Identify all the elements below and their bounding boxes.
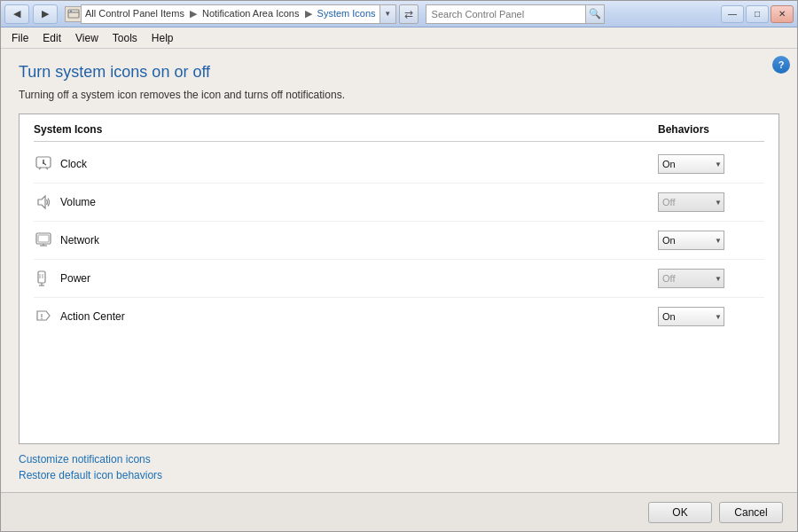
table-row: Clock On Off ▼	[34, 145, 764, 184]
ok-button[interactable]: OK	[648, 502, 712, 523]
action-center-select-wrapper: On Off ▼	[658, 307, 724, 326]
back-button[interactable]: ◀	[4, 4, 29, 24]
action-center-behavior-select[interactable]: On Off	[658, 307, 724, 326]
behavior-cell-action-center: On Off ▼	[658, 307, 764, 326]
icon-name-action-center: Action Center	[60, 310, 125, 323]
icon-cell-volume: Volume	[34, 192, 658, 212]
table-header: System Icons Behaviors	[34, 123, 764, 142]
clock-behavior-select[interactable]: On Off	[658, 154, 724, 174]
page-subtitle: Turning off a system icon removes the ic…	[19, 89, 779, 101]
volume-behavior-select[interactable]: On Off	[658, 192, 724, 212]
power-behavior-select[interactable]: On Off	[658, 269, 724, 288]
svg-rect-2	[70, 11, 72, 12]
cancel-button[interactable]: Cancel	[719, 502, 783, 523]
menubar: File Edit View Tools Help	[1, 27, 797, 49]
icon-name-network: Network	[60, 234, 99, 246]
forward-button[interactable]: ▶	[33, 4, 58, 24]
svg-rect-0	[68, 10, 79, 18]
customize-notification-icons-link[interactable]: Customize notification icons	[19, 453, 779, 466]
icon-name-clock: Clock	[60, 158, 87, 170]
col-header-behaviors: Behaviors	[658, 123, 764, 136]
network-icon	[34, 231, 53, 250]
menu-tools[interactable]: Tools	[106, 30, 145, 46]
address-dropdown-button[interactable]: ▼	[380, 4, 396, 24]
power-icon	[34, 269, 53, 288]
address-bar: System Icons All Control Panel Items ▶ N…	[65, 4, 419, 24]
behavior-cell-volume: On Off ▼	[658, 192, 764, 212]
address-field[interactable]: System Icons All Control Panel Items ▶ N…	[81, 4, 380, 24]
titlebar-left: ◀ ▶ System Icons All Control Panel Items…	[4, 4, 605, 24]
icon-cell-power: Power	[34, 269, 658, 288]
icon-name-volume: Volume	[60, 196, 96, 208]
svg-point-6	[43, 162, 44, 164]
network-select-wrapper: On Off ▼	[658, 231, 724, 250]
behavior-cell-network: On Off ▼	[658, 231, 764, 250]
breadcrumb: System Icons All Control Panel Items ▶ N…	[85, 8, 376, 20]
svg-rect-14	[38, 271, 45, 283]
search-button[interactable]: 🔍	[585, 4, 605, 24]
clock-icon	[34, 154, 53, 174]
power-select-wrapper: On Off ▼	[658, 269, 724, 288]
minimize-button[interactable]: —	[721, 5, 744, 23]
window: ◀ ▶ System Icons All Control Panel Items…	[0, 0, 798, 532]
search-input[interactable]	[426, 4, 585, 24]
icon-cell-clock: Clock	[34, 154, 658, 174]
icon-cell-network: Network	[34, 231, 658, 250]
behavior-cell-power: On Off ▼	[658, 269, 764, 288]
network-behavior-select[interactable]: On Off	[658, 231, 724, 250]
table-row: Action Center On Off ▼	[34, 298, 764, 335]
maximize-button[interactable]: □	[746, 5, 769, 23]
icon-name-power: Power	[60, 272, 90, 285]
table-row: Power On Off ▼	[34, 260, 764, 298]
icons-table-panel: System Icons Behaviors	[19, 113, 779, 444]
svg-marker-9	[38, 196, 45, 208]
svg-point-21	[41, 318, 43, 320]
menu-file[interactable]: File	[4, 30, 35, 46]
bottom-bar: OK Cancel	[1, 492, 797, 531]
close-button[interactable]: ✕	[771, 5, 794, 23]
svg-marker-19	[37, 311, 50, 320]
behavior-cell-clock: On Off ▼	[658, 154, 764, 174]
refresh-button[interactable]: ⇄	[399, 4, 419, 24]
volume-icon	[34, 192, 53, 212]
volume-select-wrapper: On Off ▼	[658, 192, 724, 212]
content: ? Turn system icons on or off Turning of…	[1, 49, 797, 492]
table-row: Network On Off ▼	[34, 222, 764, 260]
col-header-icons: System Icons	[34, 123, 658, 136]
page-title: Turn system icons on or off	[19, 63, 779, 82]
titlebar-controls: — □ ✕	[721, 5, 794, 23]
help-button[interactable]: ?	[772, 56, 790, 74]
search-area: 🔍	[426, 4, 605, 24]
icon-cell-action-center: Action Center	[34, 307, 658, 326]
footer-links: Customize notification icons Restore def…	[19, 453, 779, 481]
restore-default-icon-behaviors-link[interactable]: Restore default icon behaviors	[19, 469, 779, 481]
clock-select-wrapper: On Off ▼	[658, 154, 724, 174]
menu-edit[interactable]: Edit	[35, 30, 68, 46]
action-center-icon	[34, 307, 53, 326]
table-row: Volume On Off ▼	[34, 184, 764, 222]
address-icon	[65, 6, 81, 22]
titlebar: ◀ ▶ System Icons All Control Panel Items…	[1, 1, 797, 27]
menu-view[interactable]: View	[68, 30, 106, 46]
table-inner: System Icons Behaviors	[20, 114, 778, 344]
menu-help[interactable]: Help	[145, 30, 181, 46]
svg-rect-11	[38, 235, 49, 242]
